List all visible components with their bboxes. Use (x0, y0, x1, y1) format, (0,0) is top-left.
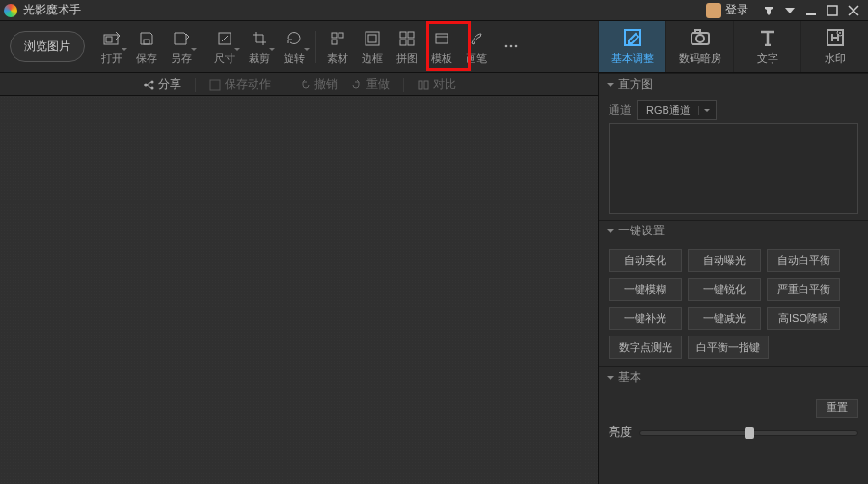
svg-rect-9 (366, 32, 379, 45)
section-basic[interactable]: 基本 (599, 366, 868, 388)
oneclick-5[interactable]: 严重白平衡 (767, 278, 840, 301)
channel-value: RGB通道 (638, 103, 698, 118)
darkroom-icon (690, 28, 711, 47)
channel-label: 通道 (609, 102, 632, 119)
tool-collage[interactable]: 拼图 (390, 21, 424, 72)
tool-open[interactable]: 打开 (95, 21, 129, 72)
histogram-box (609, 123, 858, 214)
rotate-icon (285, 28, 303, 49)
tool-frame-label: 边框 (362, 51, 383, 66)
tool-template[interactable]: 模板 (424, 21, 459, 72)
oneclick-10[interactable]: 白平衡一指键 (688, 336, 769, 359)
tool-more[interactable] (494, 21, 529, 72)
menu-button[interactable] (779, 2, 800, 19)
tab-basic-adjust[interactable]: 基本调整 (598, 21, 665, 72)
saveas-icon (173, 28, 190, 49)
brightness-label: 亮度 (609, 424, 632, 441)
slider-knob-icon (745, 427, 754, 439)
compare-label: 对比 (433, 76, 456, 93)
svg-rect-15 (436, 34, 448, 43)
watermark-icon (826, 28, 845, 47)
redo-label: 重做 (366, 76, 390, 93)
svg-rect-6 (332, 33, 337, 38)
browse-images-button[interactable]: 浏览图片 (10, 31, 85, 62)
tool-open-label: 打开 (101, 51, 122, 66)
svg-rect-14 (408, 40, 414, 45)
frame-icon (365, 28, 380, 49)
svg-rect-1 (827, 6, 837, 15)
close-button[interactable] (843, 2, 864, 19)
tab-basic-adjust-label: 基本调整 (611, 51, 654, 66)
reset-button[interactable]: 重置 (816, 399, 858, 418)
tool-rotate-label: 旋转 (284, 51, 305, 66)
pin-button[interactable] (758, 2, 779, 19)
oneclick-1[interactable]: 自动曝光 (688, 249, 761, 272)
size-icon (217, 28, 232, 49)
svg-rect-22 (695, 30, 700, 33)
tool-size[interactable]: 尺寸 (207, 21, 242, 72)
tool-crop[interactable]: 裁剪 (242, 21, 277, 72)
oneclick-8[interactable]: 高ISO降噪 (767, 307, 840, 330)
login-link[interactable]: 登录 (725, 2, 748, 18)
undo-button[interactable]: 撤销 (299, 76, 338, 93)
brush-icon (469, 28, 484, 49)
tab-darkroom[interactable]: 数码暗房 (665, 21, 733, 72)
tab-text[interactable]: 文字 (733, 21, 800, 72)
browse-images-label: 浏览图片 (24, 39, 70, 55)
svg-point-17 (510, 44, 513, 47)
minimize-button[interactable] (800, 2, 822, 19)
chevron-down-icon (698, 106, 716, 115)
basic-adjust-icon (623, 28, 642, 47)
undo-label: 撤销 (314, 76, 338, 93)
tool-material[interactable]: 素材 (320, 21, 355, 72)
compare-icon (418, 79, 429, 91)
svg-rect-0 (806, 13, 816, 15)
tab-watermark[interactable]: 水印 (800, 21, 868, 72)
share-label: 分享 (158, 76, 181, 93)
svg-point-26 (150, 86, 153, 89)
svg-point-27 (144, 83, 147, 86)
redo-button[interactable]: 重做 (351, 76, 390, 93)
oneclick-2[interactable]: 自动白平衡 (767, 249, 840, 272)
material-icon (330, 28, 345, 49)
svg-rect-10 (368, 35, 376, 42)
tool-template-label: 模板 (431, 51, 452, 66)
svg-point-21 (696, 35, 704, 42)
oneclick-0[interactable]: 自动美化 (609, 249, 682, 272)
compare-button[interactable]: 对比 (418, 76, 456, 93)
tab-text-label: 文字 (757, 51, 778, 66)
save-action-icon (209, 79, 221, 91)
svg-rect-28 (210, 80, 220, 90)
tool-crop-label: 裁剪 (249, 51, 270, 66)
channel-select[interactable]: RGB通道 (637, 100, 717, 120)
oneclick-6[interactable]: 一键补光 (609, 307, 682, 330)
tab-watermark-label: 水印 (825, 51, 846, 66)
share-button[interactable]: 分享 (143, 76, 181, 93)
open-icon (103, 28, 121, 49)
text-icon (759, 28, 776, 47)
oneclick-7[interactable]: 一键减光 (688, 307, 761, 330)
oneclick-9[interactable]: 数字点测光 (609, 336, 682, 359)
oneclick-4[interactable]: 一键锐化 (688, 278, 761, 301)
oneclick-3[interactable]: 一键模糊 (609, 278, 682, 301)
svg-rect-8 (332, 40, 337, 44)
avatar-icon[interactable] (706, 3, 721, 18)
save-icon (139, 28, 154, 49)
tool-rotate[interactable]: 旋转 (277, 21, 312, 72)
svg-point-18 (515, 44, 518, 47)
canvas-area[interactable] (0, 96, 598, 484)
tool-save[interactable]: 保存 (129, 21, 164, 72)
section-oneclick[interactable]: 一键设置 (599, 220, 868, 241)
tool-size-label: 尺寸 (214, 51, 235, 66)
svg-point-25 (150, 80, 153, 83)
maximize-button[interactable] (822, 2, 843, 19)
tool-frame[interactable]: 边框 (355, 21, 390, 72)
brightness-slider[interactable] (639, 430, 858, 436)
section-histogram[interactable]: 直方图 (599, 73, 868, 94)
section-oneclick-label: 一键设置 (618, 223, 665, 239)
save-action-button[interactable]: 保存动作 (209, 76, 271, 93)
tool-material-label: 素材 (327, 51, 348, 66)
tool-brush[interactable]: 画笔 (459, 21, 494, 72)
tool-save-label: 保存 (136, 51, 157, 66)
tool-saveas[interactable]: 另存 (164, 21, 199, 72)
